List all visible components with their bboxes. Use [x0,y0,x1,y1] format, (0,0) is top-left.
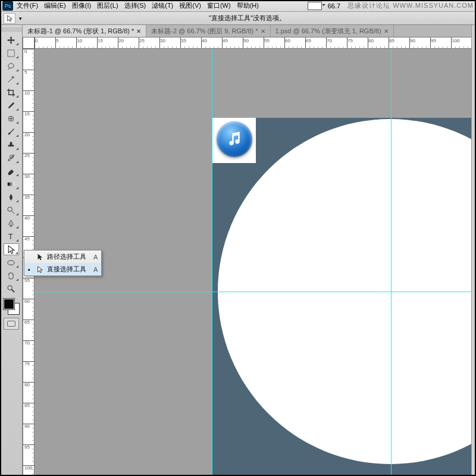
flyout-marker: ▪ [28,266,33,273]
hand-tool[interactable] [4,270,19,281]
close-icon[interactable]: ✕ [261,28,265,35]
svg-point-5 [8,260,14,265]
guide-vertical[interactable] [212,49,212,476]
flyout-key: A [93,266,98,273]
close-icon[interactable]: ✕ [384,28,389,35]
tab-label: 1.psd @ 66.7% (渐变填充 1, RGB/8) [275,27,381,36]
tab-label: 未标题-2 @ 66.7% (图层 9, RGB/8) * [151,27,258,36]
menu-layer[interactable]: 图层(L) [97,1,118,10]
shape-tool[interactable] [4,256,19,268]
direct-select-icon [36,266,43,273]
document-tabbar: 未标题-1 @ 66.7% (形状 1, RGB/8) *✕ 未标题-2 @ 6… [23,25,476,37]
menu-select[interactable]: 选择(S) [124,1,146,10]
marquee-tool[interactable] [4,47,19,59]
menu-help[interactable]: 帮助(H) [237,1,259,10]
menu-window[interactable]: 窗口(W) [207,1,231,10]
direct-select-icon [7,15,12,22]
path-select-tool[interactable] [4,243,19,255]
itunes-icon [217,121,252,157]
toolbox: T [0,25,23,476]
options-message: "直接选择工具"没有选项。 [22,14,472,23]
color-swatches[interactable] [2,298,20,315]
toolbox-handle[interactable] [0,27,22,32]
svg-rect-0 [8,49,14,56]
close-icon[interactable]: ✕ [136,28,141,35]
menu-image[interactable]: 图像(I) [72,1,91,10]
document[interactable] [212,118,476,476]
flyout-direct-selection[interactable]: ▪ 直接选择工具 A [24,263,101,275]
zoom-readout: 66.7 [328,2,340,10]
foreground-color[interactable] [4,299,14,309]
menu-edit[interactable]: 编辑(E) [44,1,66,10]
healing-tool[interactable] [4,112,19,124]
zoom-tool[interactable] [4,283,19,295]
guide-horizontal[interactable] [35,292,476,292]
path-select-icon [36,253,43,261]
brush-tool[interactable] [4,126,19,137]
watermark-text: 思缘设计论坛 WWW.MISSYUAN.COM [347,1,474,10]
type-tool[interactable]: T [4,230,19,242]
history-brush-tool[interactable] [4,152,19,164]
crop-tool[interactable] [4,86,19,98]
music-note-icon [226,130,243,148]
tool-flyout: 路径选择工具 A ▪ 直接选择工具 A [24,250,102,276]
tab-doc-3[interactable]: 1.psd @ 66.7% (渐变填充 1, RGB/8)✕ [271,25,394,37]
ruler-corner[interactable] [23,37,35,49]
menu-filter[interactable]: 滤镜(T) [152,1,173,10]
menu-bar: Ps 文件(F) 编辑(E) 图像(I) 图层(L) 选择(S) 滤镜(T) 视… [0,0,476,12]
tab-label: 未标题-1 @ 66.7% (形状 1, RGB/8) * [27,27,134,36]
flyout-path-selection[interactable]: 路径选择工具 A [24,250,101,263]
quickmask-toggle[interactable] [4,318,19,330]
svg-rect-2 [8,182,14,186]
move-tool[interactable] [4,34,19,46]
panel-dock[interactable] [471,25,476,476]
flyout-label: 直接选择工具 [47,265,86,274]
tab-doc-1[interactable]: 未标题-1 @ 66.7% (形状 1, RGB/8) *✕ [23,25,146,37]
screen-mode-icon[interactable] [308,2,322,10]
flyout-label: 路径选择工具 [47,252,86,261]
stamp-tool[interactable] [4,139,19,151]
dodge-tool[interactable] [4,204,19,216]
options-bar: ▾ "直接选择工具"没有选项。 [0,12,476,25]
tab-doc-2[interactable]: 未标题-2 @ 66.7% (图层 9, RGB/8) *✕ [146,25,270,37]
current-tool-icon[interactable] [4,13,15,24]
eraser-tool[interactable] [4,165,19,177]
blur-tool[interactable] [4,191,19,203]
wand-tool[interactable] [4,73,19,85]
guide-vertical[interactable] [391,49,392,476]
svg-point-6 [8,285,12,290]
flyout-key: A [93,253,98,261]
eyedropper-tool[interactable] [4,99,19,111]
app-logo: Ps [2,1,13,11]
svg-point-3 [8,206,12,211]
lasso-tool[interactable] [4,60,19,72]
gradient-tool[interactable] [4,178,19,190]
pen-tool[interactable] [4,217,19,229]
svg-text:T: T [8,232,13,241]
menu-view[interactable]: 视图(V) [179,1,201,10]
menu-file[interactable]: 文件(F) [17,1,38,10]
ruler-horizontal[interactable]: 0510152025303540455055606570758085909510… [35,37,476,49]
